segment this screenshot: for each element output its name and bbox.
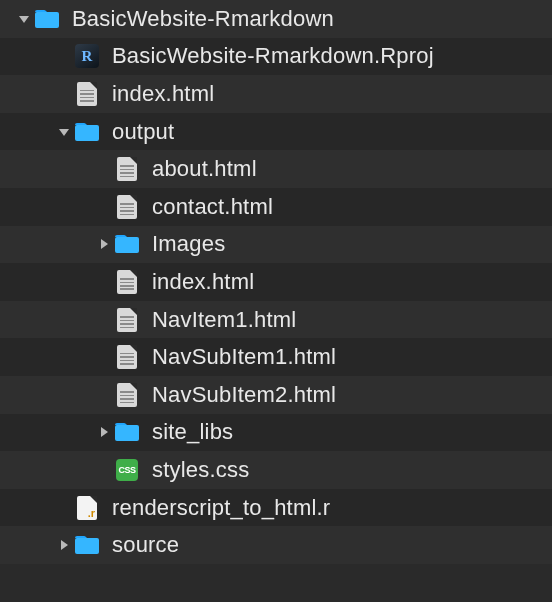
rproj-icon: R — [74, 43, 100, 69]
tree-row[interactable]: RBasicWebsite-Rmarkdown.Rproj — [0, 38, 552, 76]
tree-row[interactable]: .rrenderscript_to_html.r — [0, 489, 552, 527]
document-icon — [114, 382, 140, 408]
tree-item-label: NavItem1.html — [152, 307, 296, 333]
chevron-right-icon[interactable] — [94, 238, 114, 250]
svg-rect-0 — [35, 12, 59, 28]
tree-item-label: Images — [152, 231, 225, 257]
tree-row[interactable]: NavSubItem2.html — [0, 376, 552, 414]
chevron-down-icon[interactable] — [14, 13, 34, 25]
document-icon — [114, 269, 140, 295]
tree-row[interactable]: CSSstyles.css — [0, 451, 552, 489]
folder-icon — [114, 419, 140, 445]
document-icon — [74, 81, 100, 107]
svg-rect-2 — [115, 237, 139, 253]
tree-row[interactable]: Images — [0, 226, 552, 264]
document-icon — [114, 156, 140, 182]
tree-item-label: output — [112, 119, 174, 145]
document-icon — [114, 344, 140, 370]
tree-row[interactable]: NavSubItem1.html — [0, 338, 552, 376]
tree-row[interactable]: NavItem1.html — [0, 301, 552, 339]
css-icon: CSS — [114, 457, 140, 483]
tree-row[interactable]: output — [0, 113, 552, 151]
tree-row[interactable]: BasicWebsite-Rmarkdown — [0, 0, 552, 38]
tree-item-label: BasicWebsite-Rmarkdown — [72, 6, 334, 32]
tree-item-label: index.html — [112, 81, 214, 107]
tree-row[interactable]: site_libs — [0, 414, 552, 452]
document-icon — [114, 194, 140, 220]
tree-item-label: contact.html — [152, 194, 273, 220]
chevron-right-icon[interactable] — [54, 539, 74, 551]
rscript-icon: .r — [74, 495, 100, 521]
svg-rect-4 — [75, 538, 99, 554]
tree-item-label: about.html — [152, 156, 257, 182]
tree-item-label: styles.css — [152, 457, 249, 483]
tree-item-label: source — [112, 532, 179, 558]
tree-row[interactable]: index.html — [0, 263, 552, 301]
chevron-down-icon[interactable] — [54, 126, 74, 138]
tree-item-label: NavSubItem1.html — [152, 344, 336, 370]
tree-row[interactable]: index.html — [0, 75, 552, 113]
tree-item-label: BasicWebsite-Rmarkdown.Rproj — [112, 43, 434, 69]
file-tree: BasicWebsite-RmarkdownRBasicWebsite-Rmar… — [0, 0, 552, 564]
tree-item-label: NavSubItem2.html — [152, 382, 336, 408]
tree-row[interactable]: about.html — [0, 150, 552, 188]
tree-row[interactable]: contact.html — [0, 188, 552, 226]
tree-item-label: renderscript_to_html.r — [112, 495, 330, 521]
tree-item-label: index.html — [152, 269, 254, 295]
tree-row[interactable]: source — [0, 526, 552, 564]
document-icon — [114, 307, 140, 333]
folder-icon — [74, 119, 100, 145]
folder-icon — [114, 231, 140, 257]
svg-rect-1 — [75, 125, 99, 141]
svg-rect-3 — [115, 425, 139, 441]
tree-item-label: site_libs — [152, 419, 233, 445]
folder-icon — [74, 532, 100, 558]
chevron-right-icon[interactable] — [94, 426, 114, 438]
folder-icon — [34, 6, 60, 32]
